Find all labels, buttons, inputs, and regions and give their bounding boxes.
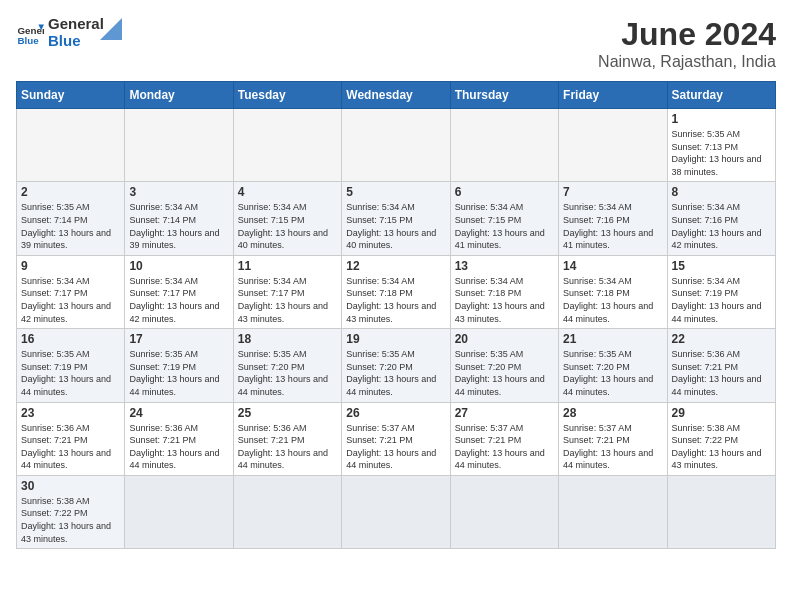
calendar-table: SundayMondayTuesdayWednesdayThursdayFrid… <box>16 81 776 549</box>
weekday-header-monday: Monday <box>125 82 233 109</box>
calendar-day-cell: 20Sunrise: 5:35 AMSunset: 7:20 PMDayligh… <box>450 329 558 402</box>
logo-general: General <box>48 15 104 32</box>
calendar-day-cell: 27Sunrise: 5:37 AMSunset: 7:21 PMDayligh… <box>450 402 558 475</box>
day-info: Sunrise: 5:34 AMSunset: 7:15 PMDaylight:… <box>238 201 337 251</box>
calendar-day-cell: 24Sunrise: 5:36 AMSunset: 7:21 PMDayligh… <box>125 402 233 475</box>
weekday-header-thursday: Thursday <box>450 82 558 109</box>
calendar-day-cell <box>450 475 558 548</box>
calendar-week-row: 1Sunrise: 5:35 AMSunset: 7:13 PMDaylight… <box>17 109 776 182</box>
logo-triangle-icon <box>100 18 122 40</box>
day-number: 12 <box>346 259 445 273</box>
calendar-day-cell: 1Sunrise: 5:35 AMSunset: 7:13 PMDaylight… <box>667 109 775 182</box>
day-number: 4 <box>238 185 337 199</box>
calendar-day-cell: 30Sunrise: 5:38 AMSunset: 7:22 PMDayligh… <box>17 475 125 548</box>
day-info: Sunrise: 5:34 AMSunset: 7:18 PMDaylight:… <box>346 275 445 325</box>
day-number: 20 <box>455 332 554 346</box>
calendar-day-cell <box>559 475 667 548</box>
day-number: 16 <box>21 332 120 346</box>
calendar-day-cell: 12Sunrise: 5:34 AMSunset: 7:18 PMDayligh… <box>342 255 450 328</box>
day-info: Sunrise: 5:35 AMSunset: 7:20 PMDaylight:… <box>346 348 445 398</box>
svg-marker-3 <box>100 18 122 40</box>
day-info: Sunrise: 5:34 AMSunset: 7:16 PMDaylight:… <box>672 201 771 251</box>
day-info: Sunrise: 5:34 AMSunset: 7:17 PMDaylight:… <box>238 275 337 325</box>
calendar-day-cell <box>559 109 667 182</box>
calendar-week-row: 16Sunrise: 5:35 AMSunset: 7:19 PMDayligh… <box>17 329 776 402</box>
day-info: Sunrise: 5:35 AMSunset: 7:20 PMDaylight:… <box>238 348 337 398</box>
calendar-day-cell: 26Sunrise: 5:37 AMSunset: 7:21 PMDayligh… <box>342 402 450 475</box>
day-number: 3 <box>129 185 228 199</box>
calendar-day-cell <box>125 109 233 182</box>
day-number: 28 <box>563 406 662 420</box>
weekday-header-row: SundayMondayTuesdayWednesdayThursdayFrid… <box>17 82 776 109</box>
svg-text:Blue: Blue <box>17 35 39 46</box>
calendar-week-row: 30Sunrise: 5:38 AMSunset: 7:22 PMDayligh… <box>17 475 776 548</box>
day-number: 29 <box>672 406 771 420</box>
month-title: June 2024 <box>598 16 776 53</box>
calendar-day-cell <box>342 475 450 548</box>
day-number: 25 <box>238 406 337 420</box>
calendar-day-cell: 28Sunrise: 5:37 AMSunset: 7:21 PMDayligh… <box>559 402 667 475</box>
day-number: 9 <box>21 259 120 273</box>
day-number: 30 <box>21 479 120 493</box>
calendar-day-cell: 11Sunrise: 5:34 AMSunset: 7:17 PMDayligh… <box>233 255 341 328</box>
weekday-header-saturday: Saturday <box>667 82 775 109</box>
calendar-day-cell: 2Sunrise: 5:35 AMSunset: 7:14 PMDaylight… <box>17 182 125 255</box>
day-number: 8 <box>672 185 771 199</box>
day-info: Sunrise: 5:36 AMSunset: 7:21 PMDaylight:… <box>129 422 228 472</box>
calendar-day-cell <box>233 109 341 182</box>
calendar-day-cell: 15Sunrise: 5:34 AMSunset: 7:19 PMDayligh… <box>667 255 775 328</box>
day-number: 18 <box>238 332 337 346</box>
day-info: Sunrise: 5:38 AMSunset: 7:22 PMDaylight:… <box>21 495 120 545</box>
calendar-day-cell <box>233 475 341 548</box>
calendar-day-cell: 17Sunrise: 5:35 AMSunset: 7:19 PMDayligh… <box>125 329 233 402</box>
calendar-day-cell: 4Sunrise: 5:34 AMSunset: 7:15 PMDaylight… <box>233 182 341 255</box>
day-info: Sunrise: 5:35 AMSunset: 7:19 PMDaylight:… <box>129 348 228 398</box>
day-info: Sunrise: 5:34 AMSunset: 7:18 PMDaylight:… <box>455 275 554 325</box>
location-subtitle: Nainwa, Rajasthan, India <box>598 53 776 71</box>
calendar-day-cell: 8Sunrise: 5:34 AMSunset: 7:16 PMDaylight… <box>667 182 775 255</box>
day-info: Sunrise: 5:34 AMSunset: 7:15 PMDaylight:… <box>455 201 554 251</box>
day-info: Sunrise: 5:35 AMSunset: 7:13 PMDaylight:… <box>672 128 771 178</box>
weekday-header-sunday: Sunday <box>17 82 125 109</box>
page-header: General Blue General Blue June 2024 Nain… <box>16 16 776 71</box>
day-info: Sunrise: 5:34 AMSunset: 7:19 PMDaylight:… <box>672 275 771 325</box>
day-info: Sunrise: 5:37 AMSunset: 7:21 PMDaylight:… <box>563 422 662 472</box>
day-info: Sunrise: 5:34 AMSunset: 7:17 PMDaylight:… <box>21 275 120 325</box>
calendar-day-cell: 19Sunrise: 5:35 AMSunset: 7:20 PMDayligh… <box>342 329 450 402</box>
calendar-week-row: 2Sunrise: 5:35 AMSunset: 7:14 PMDaylight… <box>17 182 776 255</box>
day-info: Sunrise: 5:37 AMSunset: 7:21 PMDaylight:… <box>346 422 445 472</box>
day-info: Sunrise: 5:35 AMSunset: 7:19 PMDaylight:… <box>21 348 120 398</box>
weekday-header-friday: Friday <box>559 82 667 109</box>
day-number: 5 <box>346 185 445 199</box>
calendar-day-cell: 29Sunrise: 5:38 AMSunset: 7:22 PMDayligh… <box>667 402 775 475</box>
calendar-day-cell: 10Sunrise: 5:34 AMSunset: 7:17 PMDayligh… <box>125 255 233 328</box>
logo-blue: Blue <box>48 32 81 49</box>
calendar-day-cell: 9Sunrise: 5:34 AMSunset: 7:17 PMDaylight… <box>17 255 125 328</box>
day-info: Sunrise: 5:35 AMSunset: 7:14 PMDaylight:… <box>21 201 120 251</box>
calendar-day-cell: 14Sunrise: 5:34 AMSunset: 7:18 PMDayligh… <box>559 255 667 328</box>
day-number: 17 <box>129 332 228 346</box>
day-number: 26 <box>346 406 445 420</box>
day-number: 22 <box>672 332 771 346</box>
calendar-day-cell <box>125 475 233 548</box>
day-number: 27 <box>455 406 554 420</box>
day-info: Sunrise: 5:36 AMSunset: 7:21 PMDaylight:… <box>21 422 120 472</box>
calendar-day-cell: 21Sunrise: 5:35 AMSunset: 7:20 PMDayligh… <box>559 329 667 402</box>
calendar-day-cell: 23Sunrise: 5:36 AMSunset: 7:21 PMDayligh… <box>17 402 125 475</box>
day-info: Sunrise: 5:38 AMSunset: 7:22 PMDaylight:… <box>672 422 771 472</box>
day-info: Sunrise: 5:35 AMSunset: 7:20 PMDaylight:… <box>455 348 554 398</box>
day-info: Sunrise: 5:37 AMSunset: 7:21 PMDaylight:… <box>455 422 554 472</box>
calendar-day-cell: 22Sunrise: 5:36 AMSunset: 7:21 PMDayligh… <box>667 329 775 402</box>
calendar-day-cell: 5Sunrise: 5:34 AMSunset: 7:15 PMDaylight… <box>342 182 450 255</box>
day-number: 7 <box>563 185 662 199</box>
day-number: 11 <box>238 259 337 273</box>
calendar-day-cell <box>17 109 125 182</box>
weekday-header-wednesday: Wednesday <box>342 82 450 109</box>
logo: General Blue General Blue <box>16 16 122 49</box>
day-number: 13 <box>455 259 554 273</box>
calendar-day-cell <box>342 109 450 182</box>
day-info: Sunrise: 5:34 AMSunset: 7:16 PMDaylight:… <box>563 201 662 251</box>
day-number: 24 <box>129 406 228 420</box>
weekday-header-tuesday: Tuesday <box>233 82 341 109</box>
day-info: Sunrise: 5:34 AMSunset: 7:14 PMDaylight:… <box>129 201 228 251</box>
